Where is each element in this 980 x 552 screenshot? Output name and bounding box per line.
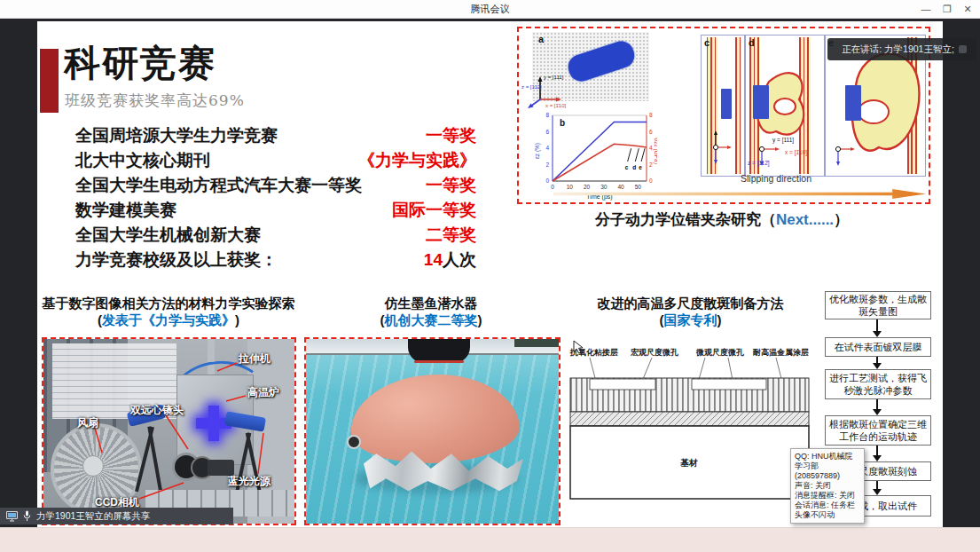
- axis-y-label: y = [111]: [772, 137, 794, 144]
- section2-title: 仿生墨鱼潜水器: [303, 295, 559, 311]
- inclusion-blob: [565, 38, 638, 84]
- label-tension-machine: 拉伸机: [239, 351, 270, 367]
- section2-subtitle: (机创大赛二等奖): [303, 311, 559, 328]
- background-foliage: [514, 339, 559, 347]
- award-result-suffix: 人次: [443, 250, 476, 269]
- diagram-label-macro: 宏观尺度微孔: [630, 348, 678, 357]
- svg-text:0: 0: [545, 177, 549, 184]
- svg-text:4: 4: [649, 145, 653, 151]
- award-row: 北大中文核心期刊 《力学与实践》: [75, 149, 476, 170]
- svg-text:6: 6: [545, 129, 549, 135]
- award-result-value: 国际一等奖: [392, 201, 476, 219]
- award-row: 数学建模美赛 国际一等奖: [75, 199, 476, 220]
- taskbar: 17°C 多云: [0, 527, 980, 552]
- diagram-label-substrate: 基材: [680, 458, 698, 468]
- svg-text:2: 2: [649, 162, 653, 168]
- award-name: 全国大学生电动方程式汽车大赛一等奖: [75, 174, 362, 195]
- award-row: 全国大学生电动方程式汽车大赛一等奖 一等奖: [75, 174, 476, 195]
- minimize-button[interactable]: —: [918, 2, 934, 16]
- svg-text:40: 40: [617, 184, 624, 190]
- label-furnace: 高温炉: [247, 385, 279, 400]
- diagram-label-micro: 微观尺度微孔: [695, 348, 744, 357]
- pool-fixture: [408, 339, 470, 363]
- axis-y-label: y = [111]: [544, 75, 564, 80]
- flow-arrow-line: [876, 319, 878, 332]
- panel-b-chart: b Time (ps) εz (%) σzz (GPa) 01020304050…: [533, 108, 657, 202]
- award-result-value: 一等奖: [426, 176, 476, 194]
- mic-on-icon: [23, 510, 31, 522]
- speaking-indicator-banner: 正在讲话: 力学1901王智立;: [827, 38, 976, 60]
- mouse-cursor: [573, 340, 585, 354]
- close-button[interactable]: ✕: [960, 2, 976, 16]
- flow-arrow-head: [873, 409, 882, 415]
- tooltip-line: 消息提醒框: 关闭: [795, 491, 860, 501]
- flow-arrow-head: [873, 363, 882, 369]
- section3-subtitle-text: 国家专利: [664, 312, 717, 327]
- panel-a-axes: y = [111] z = [112̄] x = [1̄10]: [521, 69, 574, 110]
- paren: ): [717, 312, 722, 327]
- paren: ): [478, 312, 482, 327]
- inclusion-rect: [753, 85, 769, 119]
- panel-label-d: d: [749, 37, 755, 48]
- award-result: 14人次: [424, 248, 476, 270]
- cuttlefish-robot-photo: [304, 337, 561, 525]
- chart-ylabel-left: εz (%): [534, 143, 541, 159]
- tooltip-line: 头像不闪动: [795, 510, 860, 520]
- window-title: 腾讯会议: [0, 3, 980, 16]
- svg-text:e: e: [639, 164, 642, 170]
- section1-subtitle-text: 发表于《力学与实践》: [102, 312, 235, 327]
- svg-text:0: 0: [649, 177, 653, 184]
- award-result: 《力学与实践》: [358, 149, 476, 170]
- section1-subtitle: (发表于《力学与实践》): [40, 311, 297, 328]
- section3-heading: 改进的高温多尺度散斑制备方法 (国家专利): [565, 295, 816, 328]
- screen-share-icon: [6, 511, 18, 522]
- svg-text:d: d: [632, 164, 636, 170]
- tooltip-line: QQ: HNU机械院: [795, 452, 860, 461]
- svg-text:4: 4: [545, 145, 549, 151]
- caption-text: 分子动力学位错夹杂研究（: [595, 211, 776, 228]
- award-name: 全国大学生机械创新大赛: [75, 224, 261, 245]
- window-titlebar: 腾讯会议 — ❐ ✕: [0, 0, 980, 19]
- award-result-value: 《力学与实践》: [358, 151, 476, 170]
- label-telecentric-lens: 双远心镜头: [130, 403, 184, 418]
- svg-text:0: 0: [551, 184, 554, 190]
- restore-button[interactable]: ❐: [939, 2, 955, 16]
- axis-z-label: z = [112̄]: [748, 160, 770, 167]
- fixture-red-stripe: [414, 360, 464, 363]
- award-result-value: 一等奖: [426, 126, 476, 145]
- panel-c-dislocation: c: [701, 35, 745, 177]
- section2-subtitle-text: 机创大赛二等奖: [385, 312, 478, 327]
- flow-arrow-head: [873, 489, 882, 495]
- tooltip-line: 声音: 关闭: [795, 481, 860, 491]
- svg-text:20: 20: [584, 184, 591, 190]
- panel-label-c: c: [704, 37, 710, 48]
- axis-z-label: z = [112̄]: [521, 84, 542, 90]
- tooltip-line: 学习部: [795, 461, 860, 471]
- slide-title: 科研竞赛: [64, 39, 216, 88]
- slipping-direction-label: Slipping direction: [661, 173, 891, 184]
- qq-tray-tooltip: QQ: HNU机械院 学习部 (208597889) 声音: 关闭 消息提醒框:…: [790, 448, 865, 524]
- screen-share-bar[interactable]: 力学1901王智立的屏幕共享: [0, 508, 233, 524]
- inclusion-rect: [845, 85, 861, 121]
- svg-text:2: 2: [545, 162, 549, 168]
- paren: ): [235, 312, 239, 327]
- layout-icon[interactable]: [959, 45, 967, 53]
- section3-subtitle: (国家专利): [565, 311, 816, 328]
- flow-step-3: 进行工艺测试，获得飞秒激光脉冲参数: [825, 369, 931, 399]
- award-row: 力学竞赛校级及以上获奖： 14人次: [75, 248, 476, 270]
- cuttlefish-eye: [347, 435, 361, 449]
- lab-experiment-photo: 拉伸机 高温炉 双远心镜头 风扇 蓝光光源 CCD相机: [42, 337, 296, 525]
- label-blue-light: 蓝光光源: [228, 474, 270, 489]
- award-result-value: 二等奖: [426, 225, 476, 244]
- diagram-label-coating: 耐高温金属涂层: [753, 348, 809, 357]
- panel-label-b: b: [560, 118, 565, 128]
- section2-heading: 仿生墨鱼潜水器 (机创大赛二等奖): [303, 295, 559, 328]
- tooltip-line: 会话消息: 任务栏: [795, 501, 860, 510]
- panel-c-axes: [702, 35, 744, 176]
- award-result: 二等奖: [426, 224, 476, 245]
- section3-title: 改进的高温多尺度散斑制备方法: [565, 295, 816, 311]
- caption-next: Next......: [776, 211, 834, 228]
- award-result-value: 14: [424, 250, 443, 269]
- title-accent-bar: [40, 49, 59, 113]
- figure-caption: 分子动力学位错夹杂研究（Next......）: [517, 209, 927, 230]
